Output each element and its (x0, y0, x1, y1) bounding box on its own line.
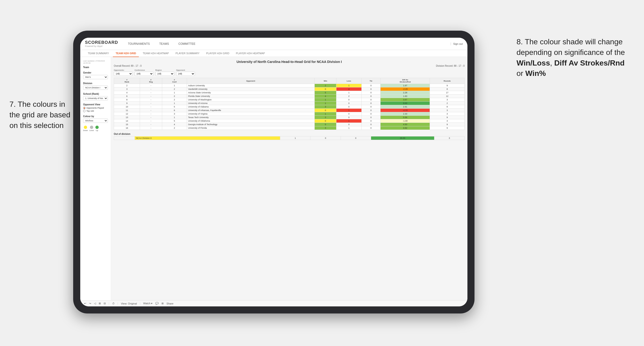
col-reg: #Reg (140, 78, 162, 84)
watch-btn[interactable]: Watch ▾ (143, 302, 153, 305)
sub-nav: TEAM SUMMARY TEAM H2H GRID TEAM H2H HEAT… (80, 50, 468, 57)
conf-cell: 4 (162, 123, 187, 126)
diff-cell: 3.67 (380, 98, 430, 102)
col-diff: Diff AvStrokes/Rnd (380, 78, 430, 84)
loss-cell: 4 (336, 87, 362, 91)
rounds-cell: 17 (430, 91, 464, 95)
radio-opponents-played[interactable]: Opponents Played (83, 107, 108, 109)
annotation-left: 7. The colours in the grid are based on … (10, 99, 76, 131)
sub-nav-player-h2h-heatmap[interactable]: PLAYER H2H HEATMAP (233, 50, 268, 57)
loss-cell: 0 (336, 123, 362, 126)
share-btn[interactable]: Share (166, 302, 173, 305)
rounds-cell: 12 (430, 95, 464, 98)
tie-cell: 0 (362, 112, 380, 116)
opponent-filter-select[interactable]: (All) (176, 72, 195, 76)
opponents-filter-select[interactable]: (All) (114, 72, 133, 76)
main-content: Last Updated: 27/03/2024 16:55:38 Team G… (80, 57, 468, 300)
col-conf: #Conf (162, 78, 187, 84)
table-row: 9-1University of Arizona1009.002 (114, 102, 464, 105)
loss-cell: 1 (336, 91, 362, 95)
sub-nav-player-summary[interactable]: PLAYER SUMMARY (172, 50, 202, 57)
win-cell: 3 (315, 126, 336, 130)
table-row: 16-2University of Florida3104.629 (114, 126, 464, 130)
grid-btn[interactable]: ⊞ (162, 302, 164, 305)
annotation-right-text: 8. The colour shade will change dependin… (516, 37, 625, 78)
opponent-cell: University of Florida (187, 126, 314, 130)
conference-filter-select[interactable]: (All) (134, 72, 154, 76)
out-division-name: NCAA Division II (135, 137, 280, 140)
opponent-view-section: Opponent View Opponents Played Top 100 (83, 103, 108, 112)
opponent-cell: Vanderbilt University (187, 87, 314, 91)
comment-btn[interactable]: 💬 (155, 302, 159, 305)
view-original-btn[interactable]: View: Original (121, 302, 137, 305)
region-filter-select[interactable]: (All) (155, 72, 174, 76)
back-btn[interactable]: ◁ (94, 302, 96, 305)
radio-top100[interactable]: Top 100 (83, 110, 108, 112)
win-cell: 3 (315, 105, 336, 109)
out-of-division-row: NCAA Division II 1 0 0 26.00 3 (114, 137, 464, 140)
nav-committee[interactable]: COMMITTEE (176, 41, 197, 46)
filter-row: Opponents: (All) Conference (All) Region (114, 69, 464, 76)
tie-cell: 0 (362, 119, 380, 123)
division-select[interactable]: NCAA Division I (83, 86, 108, 90)
rank-cell: 8 (114, 98, 140, 102)
rank-cell: 12 (114, 112, 140, 116)
undo-btn[interactable]: ↩ (84, 302, 86, 305)
paste-btn[interactable]: ⊟ (104, 302, 106, 305)
sidebar: Last Updated: 27/03/2024 16:55:38 Team G… (80, 57, 111, 300)
nav-teams[interactable]: TEAMS (157, 41, 171, 46)
sub-nav-player-h2h-grid[interactable]: PLAYER H2H GRID (203, 50, 232, 57)
col-rounds: Rounds (430, 78, 464, 84)
reg-cell: - (140, 87, 162, 91)
sub-nav-team-summary[interactable]: TEAM SUMMARY (85, 50, 112, 57)
gender-select[interactable]: Men's (83, 75, 108, 79)
loss-cell: 1 (336, 109, 362, 112)
team-section: Team (83, 66, 108, 69)
loss-cell: 1 (336, 84, 362, 87)
tie-cell: 0 (362, 126, 380, 130)
table-row: 10-5University of Alabama3002.618 (114, 105, 464, 109)
opponent-cell: University of Virginia (187, 112, 314, 116)
tie-cell: 0 (362, 95, 380, 98)
radio-circle-2 (83, 110, 86, 112)
redo-btn[interactable]: ↪ (89, 302, 91, 305)
school-select[interactable]: 1. University of Nort... (83, 96, 108, 100)
opponent-cell: Florida State University (187, 95, 314, 98)
sub-nav-team-h2h-heatmap[interactable]: TEAM H2H HEATMAP (140, 50, 172, 57)
opponent-cell: University of Arkansas, Fayetteville (187, 109, 314, 112)
win-cell: 1 (315, 102, 336, 105)
last-updated: Last Updated: 27/03/2024 16:55:38 (83, 60, 108, 64)
copy-btn[interactable]: ⊞ (99, 302, 101, 305)
sign-out-link[interactable]: Sign out (451, 42, 463, 45)
reg-cell: - (140, 116, 162, 119)
reg-cell: - (140, 91, 162, 95)
conf-cell: 5 (162, 119, 187, 123)
conf-cell: 2 (162, 87, 187, 91)
rounds-cell: 9 (430, 126, 464, 130)
nav-tournaments[interactable]: TOURNAMENTS (126, 41, 152, 46)
rounds-cell: 8 (430, 87, 464, 91)
rounds-cell: 3 (430, 112, 464, 116)
conf-cell: 3 (162, 112, 187, 116)
table-row: 14-5University of Oklahoma010-1.003 (114, 119, 464, 123)
reg-cell: - (140, 105, 162, 109)
legend-row: Down Level Up (83, 126, 108, 132)
clock-btn[interactable]: ⏱ (112, 302, 115, 305)
reg-cell: - (140, 123, 162, 126)
sub-nav-team-h2h-grid[interactable]: TEAM H2H GRID (113, 50, 139, 57)
tie-cell: 0 (362, 105, 380, 109)
conf-cell: 6 (162, 109, 187, 112)
diff-cell: 2.33 (380, 112, 430, 116)
loss-cell: 2 (336, 95, 362, 98)
gender-label: Gender (83, 71, 108, 74)
rank-cell: 16 (114, 126, 140, 130)
out-division-diff: 26.00 (371, 137, 434, 140)
win-cell: 5 (315, 91, 336, 95)
team-label: Team (83, 66, 108, 69)
tie-cell: 0 (362, 98, 380, 102)
col-tie: Tie (362, 78, 380, 84)
data-table: #Rank #Reg #Conf Opponent Win Loss Tie D… (114, 78, 464, 130)
win-cell: 3 (315, 116, 336, 119)
colour-by-select[interactable]: Win/loss (83, 119, 108, 123)
table-row: 2-1Auburn University2101.679 (114, 84, 464, 87)
